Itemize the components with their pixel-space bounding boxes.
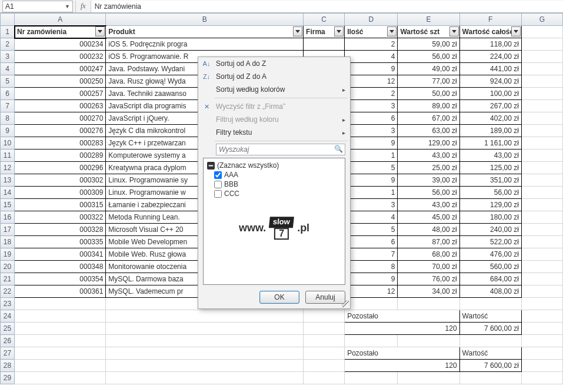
name-box-dropdown-icon[interactable]: ▼ bbox=[65, 4, 70, 9]
cell-wartosc-szt[interactable]: 25,00 zł bbox=[398, 162, 459, 174]
cell[interactable] bbox=[521, 150, 562, 162]
cell[interactable] bbox=[521, 248, 562, 261]
cell-produkt[interactable]: iOS 5. Podręcznik progra bbox=[106, 38, 304, 51]
cell-nr[interactable]: 000234 bbox=[15, 38, 106, 51]
cell[interactable] bbox=[106, 372, 304, 384]
summary2-total-value[interactable]: 7 600,00 zł bbox=[459, 360, 521, 372]
cell-ilosc[interactable]: 9 bbox=[345, 174, 398, 187]
cell-wartosc-szt[interactable]: 43,00 zł bbox=[398, 199, 459, 211]
cell-wartosc-calosc[interactable]: 118,00 zł bbox=[459, 38, 521, 51]
summary-remain-value[interactable]: 120 bbox=[345, 323, 459, 335]
row-header[interactable]: 27 bbox=[1, 347, 15, 360]
cell-nr[interactable]: 000263 bbox=[15, 100, 106, 112]
row-header[interactable]: 24 bbox=[1, 310, 15, 323]
summary-value-label[interactable]: Wartość bbox=[459, 310, 521, 323]
cell-wartosc-calosc[interactable]: 924,00 zł bbox=[459, 75, 521, 88]
filter-button-C[interactable] bbox=[334, 26, 344, 36]
cell-wartosc-szt[interactable]: 68,00 zł bbox=[398, 248, 459, 261]
cell[interactable] bbox=[521, 310, 562, 323]
cell[interactable] bbox=[521, 100, 562, 112]
cell-wartosc-calosc[interactable]: 43,00 zł bbox=[459, 150, 521, 162]
col-header-D[interactable]: D bbox=[345, 14, 398, 26]
cell[interactable] bbox=[459, 298, 521, 310]
summary2-remain-value[interactable]: 120 bbox=[345, 360, 459, 372]
filter-values-list[interactable]: (Zaznacz wszystko) AAA BBB CCC www. slow… bbox=[203, 158, 345, 285]
cell-nr[interactable]: 000250 bbox=[15, 75, 106, 88]
cell-wartosc-szt[interactable]: 70,00 zł bbox=[398, 261, 459, 273]
filter-button-B[interactable] bbox=[293, 26, 302, 36]
sort-descending[interactable]: Z↓ Sortuj od Z do A bbox=[198, 70, 350, 83]
filter-checkbox[interactable] bbox=[214, 171, 222, 179]
cell-ilosc[interactable]: 3 bbox=[345, 125, 398, 137]
cell[interactable] bbox=[521, 125, 562, 137]
cell[interactable] bbox=[15, 372, 106, 384]
cell-wartosc-calosc[interactable]: 180,00 zł bbox=[459, 211, 521, 224]
row-header[interactable]: 3 bbox=[1, 51, 15, 63]
cell[interactable] bbox=[521, 323, 562, 335]
cell-ilosc[interactable]: 1 bbox=[345, 187, 398, 199]
cell-wartosc-szt[interactable]: 50,00 zł bbox=[398, 88, 459, 100]
cell[interactable] bbox=[304, 323, 345, 335]
filter-value-item[interactable]: CCC bbox=[207, 189, 341, 198]
cell-wartosc-calosc[interactable]: 684,00 zł bbox=[459, 273, 521, 285]
cell-nr[interactable]: 000328 bbox=[15, 224, 106, 236]
summary2-remain-label[interactable]: Pozostało bbox=[345, 347, 459, 360]
row-header[interactable]: 11 bbox=[1, 150, 15, 162]
cell-ilosc[interactable]: 6 bbox=[345, 112, 398, 125]
cell[interactable] bbox=[521, 372, 562, 384]
cell-wartosc-calosc[interactable]: 476,00 zł bbox=[459, 248, 521, 261]
header-wartosc-szt[interactable]: Wartość szt bbox=[398, 26, 459, 38]
cell[interactable] bbox=[521, 137, 562, 150]
sort-by-color[interactable]: Sortuj według kolorów ▸ bbox=[198, 83, 350, 96]
cell-nr[interactable]: 000348 bbox=[15, 261, 106, 273]
cell-wartosc-calosc[interactable]: 402,00 zł bbox=[459, 112, 521, 125]
summary2-value-label[interactable]: Wartość bbox=[459, 347, 521, 360]
cell[interactable] bbox=[15, 310, 106, 323]
sort-ascending[interactable]: A↓ Sortuj od A do Z bbox=[198, 57, 350, 70]
row-header[interactable]: 23 bbox=[1, 298, 15, 310]
cell[interactable] bbox=[398, 372, 459, 384]
text-filters[interactable]: Filtry tekstu ▸ bbox=[198, 126, 350, 139]
cell-firma[interactable] bbox=[304, 38, 345, 51]
cell-wartosc-szt[interactable]: 129,00 zł bbox=[398, 137, 459, 150]
cell[interactable] bbox=[106, 335, 304, 347]
row-header[interactable]: 13 bbox=[1, 174, 15, 187]
col-header-B[interactable]: B bbox=[106, 14, 304, 26]
row-header[interactable]: 12 bbox=[1, 162, 15, 174]
row-header[interactable]: 5 bbox=[1, 75, 15, 88]
header-produkt[interactable]: Produkt bbox=[106, 26, 304, 38]
cell-nr[interactable]: 000302 bbox=[15, 174, 106, 187]
row-header[interactable]: 2 bbox=[1, 38, 15, 51]
filter-button-F[interactable] bbox=[511, 26, 521, 36]
cell-nr[interactable]: 000296 bbox=[15, 162, 106, 174]
cell-wartosc-calosc[interactable]: 560,00 zł bbox=[459, 261, 521, 273]
cell-nr[interactable]: 000354 bbox=[15, 273, 106, 285]
cell-nr[interactable]: 000335 bbox=[15, 236, 106, 248]
cell[interactable] bbox=[521, 347, 562, 360]
cell-ilosc[interactable]: 5 bbox=[345, 224, 398, 236]
cell-wartosc-calosc[interactable]: 224,00 zł bbox=[459, 51, 521, 63]
cell-ilosc[interactable]: 12 bbox=[345, 75, 398, 88]
cell-ilosc[interactable]: 8 bbox=[345, 261, 398, 273]
filter-button-E[interactable] bbox=[449, 26, 459, 36]
select-all-cell[interactable] bbox=[1, 14, 15, 26]
cell-ilosc[interactable]: 12 bbox=[345, 285, 398, 298]
row-header[interactable]: 19 bbox=[1, 248, 15, 261]
cell[interactable] bbox=[521, 51, 562, 63]
cell-nr[interactable]: 000315 bbox=[15, 199, 106, 211]
filter-button-D[interactable] bbox=[387, 26, 397, 36]
cell[interactable] bbox=[521, 261, 562, 273]
cell-wartosc-calosc[interactable]: 189,00 zł bbox=[459, 125, 521, 137]
row-header[interactable]: 16 bbox=[1, 211, 15, 224]
row-header[interactable]: 15 bbox=[1, 199, 15, 211]
cell[interactable] bbox=[106, 323, 304, 335]
fx-icon[interactable]: fx bbox=[75, 1, 91, 12]
cell-wartosc-szt[interactable]: 77,00 zł bbox=[398, 75, 459, 88]
cell[interactable] bbox=[521, 285, 562, 298]
cell-ilosc[interactable]: 1 bbox=[345, 150, 398, 162]
cell[interactable] bbox=[398, 335, 459, 347]
cell-wartosc-szt[interactable]: 56,00 zł bbox=[398, 187, 459, 199]
filter-checkbox[interactable] bbox=[214, 190, 222, 198]
cell-wartosc-calosc[interactable]: 267,00 zł bbox=[459, 100, 521, 112]
filter-checkbox[interactable] bbox=[214, 181, 222, 188]
